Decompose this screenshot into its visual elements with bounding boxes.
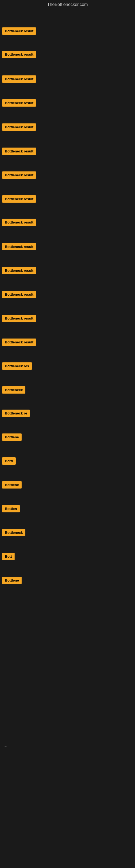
bottleneck-badge-12[interactable]: Bottleneck result xyxy=(2,291,36,298)
bottleneck-row-22: Bottleneck xyxy=(0,527,28,539)
bottleneck-badge-3[interactable]: Bottleneck result xyxy=(2,75,36,83)
bottleneck-row-13: Bottleneck result xyxy=(0,313,38,325)
bottleneck-row-11: Bottleneck result xyxy=(0,265,38,277)
bottleneck-badge-7[interactable]: Bottleneck result xyxy=(2,172,36,179)
bottleneck-row-9: Bottleneck result xyxy=(0,217,38,229)
bottleneck-badge-19[interactable]: Bottl xyxy=(2,457,16,465)
bottleneck-row-6: Bottleneck result xyxy=(0,146,38,158)
bottleneck-row-24: Bottlene xyxy=(0,575,24,587)
bottleneck-row-5: Bottleneck result xyxy=(0,122,38,133)
bottleneck-badge-20[interactable]: Bottlene xyxy=(2,481,21,489)
ellipsis-indicator: ... xyxy=(2,743,9,748)
bottleneck-badge-16[interactable]: Bottleneck xyxy=(2,386,26,394)
bottleneck-badge-21[interactable]: Bottlen xyxy=(2,505,20,513)
bottleneck-row-10: Bottleneck result xyxy=(0,241,38,253)
bottleneck-row-23: Bott xyxy=(0,551,17,563)
bottleneck-row-17: Bottleneck re xyxy=(0,408,32,420)
bottleneck-row-15: Bottleneck res xyxy=(0,361,34,372)
bottleneck-badge-5[interactable]: Bottleneck result xyxy=(2,123,36,131)
bottleneck-row-3: Bottleneck result xyxy=(0,74,38,86)
bottleneck-row-12: Bottleneck result xyxy=(0,289,38,301)
bottleneck-badge-13[interactable]: Bottleneck result xyxy=(2,315,36,322)
bottleneck-badge-17[interactable]: Bottleneck re xyxy=(2,410,30,417)
bottleneck-row-2: Bottleneck result xyxy=(0,49,38,61)
bottleneck-row-7: Bottleneck result xyxy=(0,170,38,182)
bottleneck-badge-11[interactable]: Bottleneck result xyxy=(2,267,36,274)
bottleneck-badge-23[interactable]: Bott xyxy=(2,553,14,560)
bottleneck-row-18: Bottlene xyxy=(0,432,24,443)
bottleneck-badge-9[interactable]: Bottleneck result xyxy=(2,219,36,226)
bottleneck-badge-6[interactable]: Bottleneck result xyxy=(2,148,36,155)
bottleneck-row-8: Bottleneck result xyxy=(0,194,38,205)
bottleneck-badge-15[interactable]: Bottleneck res xyxy=(2,362,32,370)
bottleneck-badge-4[interactable]: Bottleneck result xyxy=(2,99,36,106)
bottleneck-badge-24[interactable]: Bottlene xyxy=(2,577,21,584)
bottleneck-badge-1[interactable]: Bottleneck result xyxy=(2,27,36,35)
bottleneck-row-20: Bottlene xyxy=(0,479,24,491)
site-title: TheBottlenecker.com xyxy=(0,0,135,10)
bottleneck-row-19: Bottl xyxy=(0,456,18,467)
bottleneck-badge-14[interactable]: Bottleneck result xyxy=(2,339,36,346)
bottleneck-row-14: Bottleneck result xyxy=(0,337,38,348)
bottleneck-badge-22[interactable]: Bottleneck xyxy=(2,529,26,536)
bottleneck-row-21: Bottlen xyxy=(0,503,22,515)
bottleneck-badge-18[interactable]: Bottlene xyxy=(2,433,21,441)
bottleneck-row-4: Bottleneck result xyxy=(0,98,38,109)
bottleneck-row-16: Bottleneck xyxy=(0,384,28,396)
bottleneck-badge-10[interactable]: Bottleneck result xyxy=(2,243,36,250)
bottleneck-row-1: Bottleneck result xyxy=(0,26,38,37)
bottleneck-badge-2[interactable]: Bottleneck result xyxy=(2,51,36,58)
bottleneck-badge-8[interactable]: Bottleneck result xyxy=(2,195,36,203)
